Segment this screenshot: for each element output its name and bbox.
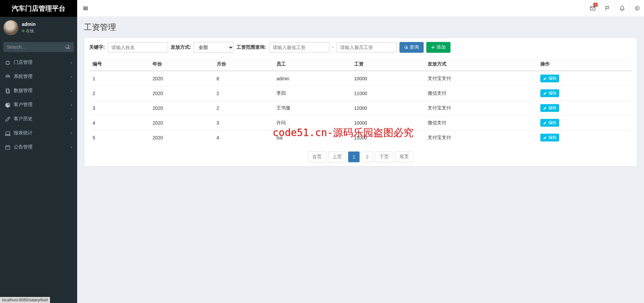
cell-paytype: 支付宝支付 (424, 130, 537, 145)
page-prev[interactable]: 上页 (328, 152, 346, 162)
cell-id: 4 (89, 116, 149, 130)
table-row: 120208admin10000支付宝支付 编辑 (89, 71, 632, 86)
chevron-left-icon: ‹ (71, 60, 72, 64)
sidebar-item-label: 客户历史 (14, 116, 33, 122)
avatar (3, 20, 18, 35)
app-logo: 汽车门店管理平台 (0, 0, 77, 17)
sidebar-item-label: 系统管理 (14, 74, 33, 80)
chevron-left-icon: ‹ (71, 75, 72, 79)
min-salary-input[interactable] (269, 42, 329, 52)
cell-emp: 李四 (273, 86, 351, 101)
calendar-icon (5, 144, 10, 150)
cell-year: 2020 (149, 116, 213, 130)
pencil-icon (543, 136, 547, 140)
table-row: 220202李四11000微信支付 编辑 (89, 86, 632, 101)
sidebar-item-label: 客户管理 (14, 102, 33, 108)
cell-paytype: 支付宝支付 (424, 71, 537, 86)
page-1[interactable]: 1 (348, 152, 360, 162)
sidebar-item-1[interactable]: 系统管理‹ (0, 70, 77, 84)
sidebar-item-4[interactable]: 客户历史‹ (0, 112, 77, 126)
sidebar-item-3[interactable]: 客户管理‹ (0, 98, 77, 112)
edit-button[interactable]: 编辑 (540, 104, 559, 112)
sidebar-item-0[interactable]: 门店管理‹ (0, 55, 77, 70)
chevron-left-icon: ‹ (71, 89, 72, 93)
cell-salary: 11000 (351, 130, 425, 145)
laptop-icon (5, 130, 10, 136)
edit-icon (5, 116, 10, 122)
menu-toggle-button[interactable] (77, 5, 94, 11)
edit-button[interactable]: 编辑 (540, 134, 559, 141)
cell-year: 2020 (149, 101, 213, 116)
cell-month: 4 (213, 130, 273, 145)
filter-bar: 关键字: 发放方式: 全部 工资范围查询: - 查询 添加 (89, 42, 632, 53)
plus-icon (431, 45, 435, 49)
search-button[interactable]: 查询 (399, 42, 424, 53)
paytype-label: 发放方式: (171, 44, 191, 50)
page-next[interactable]: 下页 (375, 152, 393, 162)
cell-emp: 许问 (273, 116, 351, 130)
max-salary-input[interactable] (336, 42, 397, 52)
edit-button[interactable]: 编辑 (540, 89, 559, 97)
cell-emp: admin (273, 71, 351, 86)
add-button[interactable]: 添加 (426, 42, 450, 53)
chevron-left-icon: ‹ (71, 145, 72, 149)
sidebar-item-label: 数据管理 (14, 88, 33, 94)
cell-year: 2020 (149, 130, 213, 145)
cell-year: 2020 (149, 71, 213, 86)
flag-icon[interactable] (600, 0, 614, 17)
col-header-6: 操作 (537, 58, 632, 71)
dashboard-icon (5, 74, 10, 79)
cell-paytype: 微信支付 (424, 116, 537, 130)
table-row: 420203许问10000微信支付 编辑 (89, 116, 632, 130)
col-header-2: 月份 (213, 58, 273, 71)
pencil-icon (543, 77, 547, 81)
salary-table: 编号年份月份员工工资发放方式操作 120208admin10000支付宝支付 编… (89, 58, 632, 145)
sidebar: 汽车门店管理平台 admin 在线 门店管理‹系统管理‹数据管理‹客户管理‹客户… (0, 0, 77, 303)
search-input[interactable] (3, 42, 74, 52)
status-bar-url: localhost:8080/salary/list# (0, 297, 50, 303)
cell-emp: lsa (273, 130, 351, 145)
mail-icon[interactable]: 3 (585, 0, 600, 17)
chevron-left-icon: ‹ (71, 131, 72, 135)
keyword-label: 关键字: (89, 44, 105, 50)
cell-salary: 12000 (351, 101, 425, 116)
page-2[interactable]: 2 (362, 152, 373, 162)
range-label: 工资范围查询: (236, 44, 266, 50)
page-last[interactable]: 尾页 (395, 152, 413, 162)
paytype-select[interactable]: 全部 (194, 42, 234, 53)
copy-icon (5, 88, 10, 93)
cell-salary: 10000 (351, 71, 425, 86)
edit-button[interactable]: 编辑 (540, 119, 559, 127)
sidebar-item-label: 公告管理 (14, 144, 33, 150)
cell-month: 2 (213, 101, 273, 116)
cell-year: 2020 (149, 86, 213, 101)
page-title: 工资管理 (84, 22, 637, 33)
gear-icon[interactable] (629, 0, 644, 17)
sidebar-item-2[interactable]: 数据管理‹ (0, 84, 77, 98)
user-status: 在线 (22, 28, 36, 34)
bell-icon[interactable] (614, 0, 629, 17)
chevron-left-icon: ‹ (71, 117, 72, 121)
search-icon (404, 45, 408, 49)
piechart-icon (5, 102, 10, 107)
user-panel: admin 在线 (0, 17, 77, 39)
keyword-input[interactable] (108, 42, 168, 52)
cell-emp: 王书傲 (273, 101, 351, 116)
search-icon[interactable] (65, 44, 70, 50)
top-nav: 3 (77, 0, 644, 17)
table-row: 520204lsa11000支付宝支付 编辑 (89, 130, 632, 145)
sidebar-item-label: 门店管理 (14, 59, 33, 66)
chevron-left-icon: ‹ (71, 103, 72, 107)
main: 3 工资管理 关键字: 发放方式: 全部 (77, 0, 644, 303)
sidebar-search (0, 39, 77, 55)
cell-id: 2 (89, 86, 149, 101)
pencil-icon (543, 121, 547, 125)
joomla-icon (5, 59, 10, 65)
sidebar-item-5[interactable]: 报表统计‹ (0, 126, 77, 140)
col-header-0: 编号 (89, 58, 149, 71)
sidebar-item-label: 报表统计 (14, 130, 33, 136)
edit-button[interactable]: 编辑 (540, 75, 559, 82)
sidebar-item-6[interactable]: 公告管理‹ (0, 140, 77, 154)
page-first[interactable]: 首页 (308, 152, 326, 162)
col-header-3: 员工 (273, 58, 351, 71)
